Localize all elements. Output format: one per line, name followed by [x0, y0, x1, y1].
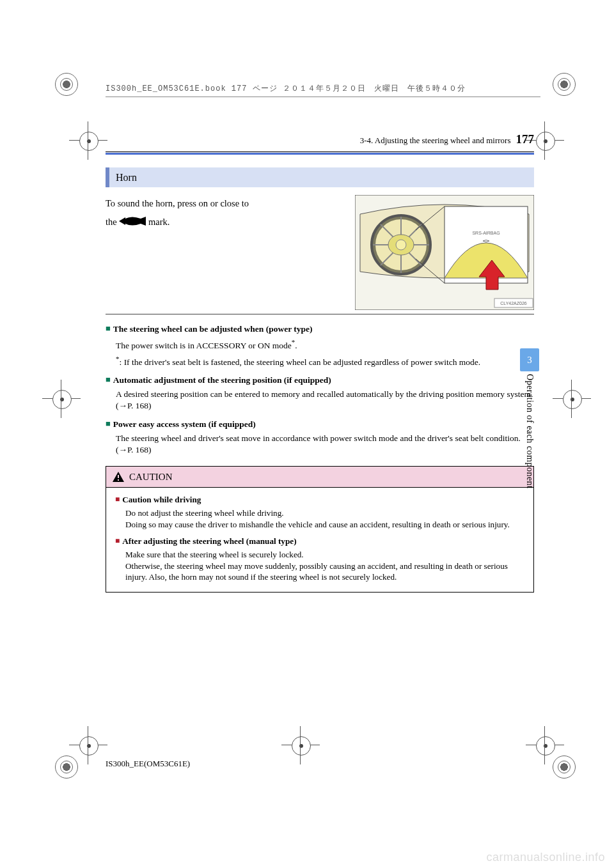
- running-header: 3-4. Adjusting the steering wheel and mi…: [106, 131, 534, 148]
- watermark: carmanualsonline.info: [486, 851, 605, 864]
- crosshair-icon: [42, 380, 81, 418]
- note-2-p1: A desired steering position can be enter…: [116, 389, 534, 412]
- caution-2-text: Make sure that the steering wheel is sec…: [125, 549, 524, 583]
- horn-line2b: mark.: [148, 217, 169, 227]
- illustration-code: CLY42AZ026: [500, 301, 527, 306]
- crosshair-icon: [281, 726, 320, 764]
- svg-rect-13: [118, 479, 119, 481]
- page-number: 177: [516, 131, 535, 148]
- crosshair-icon: [553, 380, 591, 418]
- caution-title: CAUTION: [129, 470, 173, 483]
- footer-code: IS300h_EE(OM53C61E): [106, 759, 190, 769]
- airbag-label: SRS-AIRBAG: [472, 231, 500, 235]
- horn-line1: To sound the horn, press on or close to: [106, 198, 345, 210]
- warning-icon: [113, 472, 124, 482]
- print-header: IS300h_EE_OM53C61E.book 177 ページ ２０１４年５月２…: [106, 83, 540, 97]
- bullet-icon: ■: [106, 418, 111, 430]
- note-1-p2: : If the driver's seat belt is fastened,…: [120, 357, 481, 367]
- horn-mark-icon: [119, 215, 146, 227]
- svg-rect-12: [118, 475, 119, 478]
- crosshair-icon: [526, 726, 564, 764]
- caution-2-title: After adjusting the steering wheel (manu…: [122, 536, 296, 546]
- horn-text: To sound the horn, press on or close to …: [106, 195, 345, 228]
- regmark-icon: [553, 73, 576, 96]
- svg-marker-0: [119, 217, 125, 225]
- note-1-end: .: [295, 341, 297, 350]
- bullet-icon: ■: [115, 494, 120, 504]
- note-title-2: Automatic adjustment of the steering pos…: [113, 375, 331, 385]
- bullet-icon: ■: [106, 323, 111, 334]
- section-heading-horn: Horn: [106, 167, 534, 188]
- note-title-1: The steering wheel can be adjusted when …: [113, 324, 313, 334]
- regmark-icon: [55, 73, 78, 96]
- chapter-tab: 3: [520, 348, 539, 371]
- caution-1-title: Caution while driving: [122, 495, 201, 504]
- chapter-side-text: Operation of each component: [523, 374, 535, 489]
- note-3-p1: The steering wheel and driver's seat mov…: [116, 433, 534, 456]
- crosshair-icon: [69, 121, 107, 160]
- bullet-icon: ■: [106, 374, 111, 385]
- note-title-3: Power easy access system (if equipped): [113, 419, 256, 429]
- svg-point-5: [396, 240, 406, 250]
- notes-list: ■The steering wheel can be adjusted when…: [106, 323, 534, 456]
- bullet-icon: ■: [115, 536, 120, 546]
- caution-1-text: Do not adjust the steering wheel while d…: [125, 508, 524, 531]
- print-header-text: IS300h_EE_OM53C61E.book 177 ページ ２０１４年５月２…: [106, 84, 466, 93]
- section-title: 3-4. Adjusting the steering wheel and mi…: [360, 135, 511, 146]
- horn-line2a: the: [106, 217, 117, 227]
- caution-box: CAUTION ■Caution while driving Do not ad…: [106, 466, 534, 593]
- crosshair-icon: [69, 726, 107, 764]
- horn-illustration: SRS-AIRBAG CLY42AZ026: [355, 195, 534, 310]
- note-1-p1: The power switch is in ACCESSORY or ON m…: [116, 341, 292, 350]
